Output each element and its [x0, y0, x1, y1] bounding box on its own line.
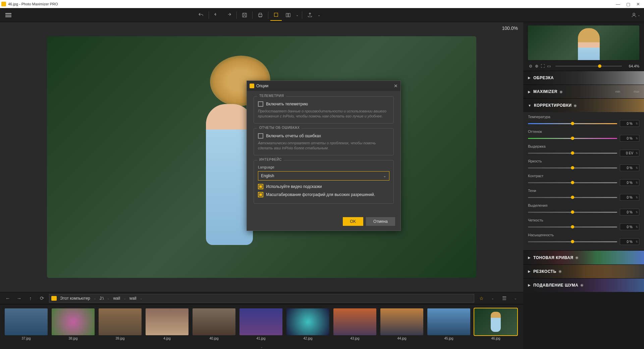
zoom-100-icon[interactable]: ▭: [546, 63, 551, 69]
exposure-value[interactable]: 0 EV: [620, 150, 639, 156]
nav-back-button[interactable]: ←: [3, 294, 12, 303]
thumbnail-image: [99, 308, 142, 335]
svg-rect-2: [274, 13, 278, 16]
temperature-slider[interactable]: [528, 123, 617, 124]
section-noise[interactable]: ▶ ПОДАВЛЕНИЕ ШУМА ◉: [523, 278, 644, 292]
dialog-close-button[interactable]: ✕: [394, 83, 398, 89]
thumbnail-image: [146, 308, 189, 335]
maximize-button[interactable]: ▢: [626, 2, 630, 7]
thumbnail-filename: 42.jpg: [303, 337, 312, 340]
telemetry-checkbox[interactable]: [258, 101, 263, 107]
section-crop[interactable]: ▶ ОБРЕЗКА: [523, 71, 644, 85]
contrast-value[interactable]: 0 %: [620, 179, 639, 186]
chevron-down-icon: ▼: [528, 104, 531, 107]
zoom-out-icon[interactable]: ⊖: [528, 63, 533, 69]
dialog-title: Опции: [256, 84, 268, 88]
chevron-right-icon: ▶: [528, 76, 531, 80]
hires-scaling-checkbox[interactable]: [258, 192, 263, 197]
zoom-slider[interactable]: [555, 66, 622, 66]
account-button[interactable]: ⌄: [630, 9, 641, 21]
nav-refresh-button[interactable]: ⟳: [38, 294, 46, 303]
saturation-slider[interactable]: [528, 241, 617, 242]
shadows-slider[interactable]: [528, 197, 617, 198]
view-options-button[interactable]: ☰: [500, 294, 508, 303]
separator: [268, 11, 268, 19]
nav-forward-button[interactable]: →: [15, 294, 23, 303]
zoom-in-icon[interactable]: ⊕: [534, 63, 539, 69]
nav-up-button[interactable]: ↑: [26, 294, 35, 303]
print-button[interactable]: [255, 9, 266, 21]
thumbnail-item[interactable]: 38.jpg: [52, 308, 95, 340]
thumbnail-item[interactable]: 42.jpg: [286, 308, 329, 340]
errors-checkbox[interactable]: [258, 133, 263, 139]
thumbnail-item[interactable]: 4.jpg: [146, 308, 189, 340]
dialog-icon: [250, 84, 254, 88]
video-hints-label: Используйте видео подсказки: [266, 184, 322, 189]
cancel-button[interactable]: Отмена: [366, 217, 395, 226]
section-tone-curve[interactable]: ▶ ТОНОВАЯ КРИВАЯ ◉: [523, 250, 644, 264]
separator: [209, 11, 209, 19]
section-adjustments[interactable]: ▼ КОРРЕКТИРОВКИ ◉: [523, 98, 644, 112]
favorite-button[interactable]: ☆: [477, 294, 486, 303]
language-select[interactable]: English: [258, 171, 389, 181]
contrast-slider[interactable]: [528, 182, 617, 183]
zoom-fit-icon[interactable]: ⛶: [540, 63, 545, 69]
close-button[interactable]: ✕: [636, 2, 640, 7]
shadows-value[interactable]: 0 %: [620, 194, 639, 201]
thumbnail-item[interactable]: 44.jpg: [380, 308, 423, 340]
section-sharpness[interactable]: ▶ РЕЗКОСТЬ ◉: [523, 264, 644, 278]
thumbnail-item[interactable]: 37.jpg: [5, 308, 48, 340]
dialog-titlebar[interactable]: Опции ✕: [247, 81, 400, 91]
view-dropdown[interactable]: ⌄: [511, 294, 520, 303]
thumbnail-item[interactable]: 39.jpg: [99, 308, 142, 340]
temperature-label: Температура: [528, 115, 639, 119]
view-single-button[interactable]: [270, 9, 282, 21]
thumbnail-item[interactable]: 43.jpg: [333, 308, 376, 340]
visibility-icon[interactable]: ◉: [574, 103, 577, 108]
options-dialog: Опции ✕ ТЕЛЕМЕТРИЯ Включить телеметрию П…: [247, 81, 401, 231]
main-toolbar: ⌄ ⌄ ⌄: [0, 8, 644, 22]
brightness-value[interactable]: 0 %: [620, 164, 639, 171]
undo-step-button[interactable]: [211, 9, 222, 21]
view-split-button[interactable]: [282, 9, 294, 21]
preview-thumbnail[interactable]: [523, 22, 644, 61]
clarity-slider[interactable]: [528, 227, 617, 228]
minimize-button[interactable]: —: [616, 2, 620, 7]
tint-slider[interactable]: [528, 138, 617, 139]
window-controls: — ▢ ✕: [616, 2, 643, 7]
exposure-slider[interactable]: [528, 153, 617, 154]
favorite-dropdown[interactable]: ⌄: [488, 294, 497, 303]
visibility-icon[interactable]: ◉: [575, 255, 579, 260]
brightness-label: Яркость: [528, 159, 639, 163]
video-hints-checkbox[interactable]: [258, 184, 263, 189]
temperature-value[interactable]: 0 %: [620, 120, 639, 127]
visibility-icon[interactable]: ◉: [559, 90, 563, 94]
visibility-icon[interactable]: ◉: [580, 283, 584, 287]
thumbnail-item[interactable]: 45.jpg: [427, 308, 470, 340]
highlights-slider[interactable]: [528, 212, 617, 213]
tint-value[interactable]: 0 %: [620, 135, 639, 142]
visibility-icon[interactable]: ◉: [558, 269, 562, 273]
thumbnail-item[interactable]: 41.jpg: [239, 308, 282, 340]
menu-button[interactable]: [3, 10, 14, 20]
clarity-value[interactable]: 0 %: [620, 223, 639, 230]
highlights-value[interactable]: 0 %: [620, 209, 639, 215]
share-dropdown[interactable]: ⌄: [316, 9, 322, 21]
brightness-slider[interactable]: [528, 167, 617, 168]
thumbnail-item[interactable]: 46.jpg: [474, 308, 517, 340]
thumbnail-item[interactable]: 40.jpg: [193, 308, 235, 340]
save-button[interactable]: [239, 9, 250, 21]
saturation-value[interactable]: 0 %: [620, 238, 639, 245]
section-maximizer[interactable]: ▶ MAXIMIZER ◉ min max: [523, 85, 644, 98]
thumbnail-image: [5, 308, 48, 335]
redo-button[interactable]: [223, 9, 234, 21]
path-breadcrumb[interactable]: Этот компьютер⌄ J:\⌄ wall⌄ wall⌄: [49, 294, 474, 303]
filmstrip-collapse[interactable]: ⌄: [0, 344, 523, 349]
view-dropdown[interactable]: ⌄: [294, 9, 300, 21]
svg-rect-0: [243, 13, 247, 17]
ok-button[interactable]: OK: [343, 217, 363, 226]
undo-button[interactable]: [195, 9, 207, 21]
share-button[interactable]: [304, 9, 316, 21]
highlights-label: Выделения: [528, 203, 639, 207]
language-label: Language: [258, 165, 389, 169]
